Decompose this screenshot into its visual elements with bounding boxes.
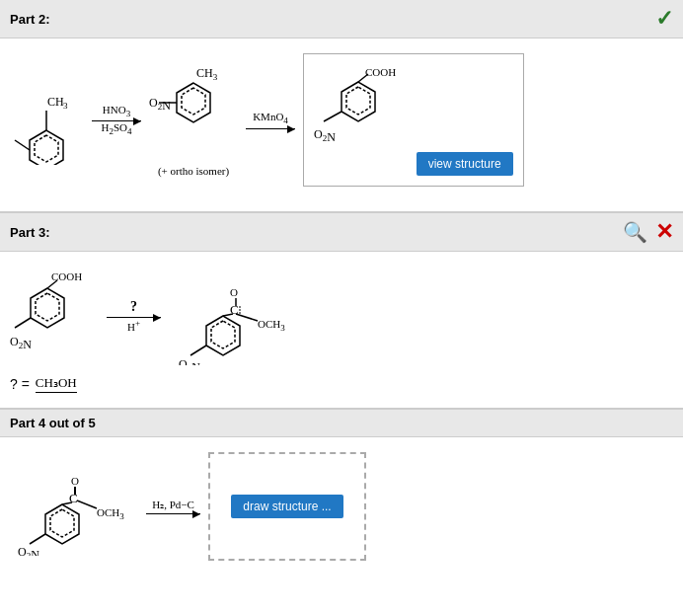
svg-text:3: 3 <box>63 101 68 111</box>
x-icon[interactable]: ✕ <box>655 219 673 245</box>
svg-marker-20 <box>36 293 59 321</box>
svg-text:O2N: O2N <box>18 545 39 556</box>
svg-text:O: O <box>71 475 79 487</box>
svg-marker-1 <box>35 135 58 162</box>
svg-text:O2N: O2N <box>179 357 200 365</box>
svg-line-15 <box>324 112 342 121</box>
svg-text:OCH3: OCH3 <box>97 506 124 521</box>
ortho-label: (+ ortho isomer) <box>149 165 238 177</box>
svg-marker-30 <box>211 321 235 348</box>
part4-reactant-structure: O C OCH3 O2N <box>10 457 138 556</box>
part2-label: Part 2: <box>10 12 49 27</box>
view-structure-button[interactable]: view structure <box>417 152 513 176</box>
svg-line-21 <box>15 318 31 328</box>
methyl-nitrobenzoate-structure: O C OCH3 O2N <box>169 267 297 365</box>
reagent2-arrow: KMnO4 <box>246 111 295 128</box>
svg-text:OCH3: OCH3 <box>258 318 285 333</box>
part2-header: Part 2: ✓ <box>0 0 683 38</box>
part3-section: COOH O2N ? H+ O C OCH3 <box>0 252 683 410</box>
svg-text:O: O <box>230 286 238 298</box>
svg-marker-40 <box>50 509 74 537</box>
part3-label: Part 3: <box>10 225 49 240</box>
part4-label: Part 4 out of 5 <box>10 416 96 430</box>
part4-header: Part 4 out of 5 <box>0 410 683 437</box>
part2-section: CH 3 HNO3 H2SO4 CH3 O2N (+ ortho isomer <box>0 38 683 213</box>
product-structure-box: COOH O2N view structure <box>303 53 524 187</box>
toluene-structure: CH 3 <box>10 76 84 165</box>
draw-structure-box: draw structure ... <box>208 452 366 561</box>
svg-text:O2N: O2N <box>10 335 32 351</box>
svg-text:CH3: CH3 <box>196 66 218 82</box>
draw-structure-button[interactable]: draw structure ... <box>231 495 342 518</box>
question-arrow: ? H+ <box>107 299 161 333</box>
nitrobenzoic-acid-structure: COOH O2N <box>10 267 99 365</box>
question-mark: ? <box>130 299 137 315</box>
svg-line-42 <box>30 534 45 544</box>
svg-text:CH: CH <box>47 95 64 109</box>
equals-label: ? = <box>10 376 30 392</box>
svg-line-27 <box>236 314 258 321</box>
svg-line-14 <box>358 74 368 82</box>
reagent1-arrow: HNO3 H2SO4 <box>92 104 141 136</box>
svg-line-5 <box>15 140 30 150</box>
svg-marker-8 <box>182 88 205 115</box>
svg-text:O2N: O2N <box>314 127 336 144</box>
part4-reagent-arrow: H₂, Pd−C <box>146 499 200 514</box>
part4-reagent: H₂, Pd−C <box>152 499 194 511</box>
svg-text:COOH: COOH <box>365 66 396 78</box>
svg-text:O2N: O2N <box>149 96 171 113</box>
part4-section: O C OCH3 O2N H₂, Pd−C draw structure ... <box>0 437 683 585</box>
part3-actions: 🔍 ✕ <box>623 219 673 245</box>
part3-header: Part 3: 🔍 ✕ <box>0 213 683 252</box>
nitrotoluene-structure: CH3 O2N (+ ortho isomer) <box>149 63 238 177</box>
svg-line-37 <box>77 500 97 508</box>
svg-marker-13 <box>346 87 370 115</box>
svg-line-32 <box>190 346 206 355</box>
search-icon[interactable]: 🔍 <box>623 220 647 244</box>
check-icon: ✓ <box>655 6 673 32</box>
answer-value: CH₃OH <box>36 375 77 393</box>
answer-row: ? = CH₃OH <box>10 375 673 393</box>
